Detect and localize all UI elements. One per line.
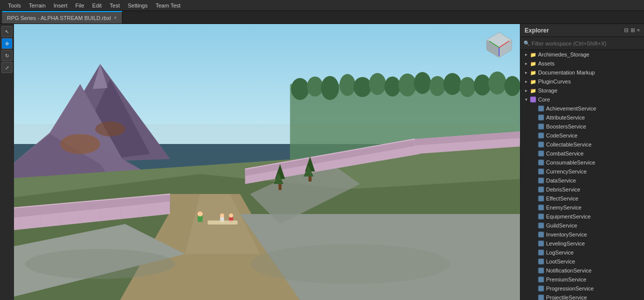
menu-bar: Tools Terrain Insert File Edit Test Sett…	[0, 0, 644, 11]
tree-item[interactable]: PremiumService	[521, 275, 644, 284]
tree-item[interactable]: LogService	[521, 248, 644, 257]
menu-settings[interactable]: Settings	[124, 2, 152, 10]
tree-node-icon	[530, 96, 537, 103]
explorer-maximize-icon[interactable]: ⊞	[631, 27, 635, 34]
navigation-gizmo[interactable]	[484, 30, 514, 60]
tree-node-label: Archimedes_Storage	[538, 52, 590, 58]
tree-node-icon	[538, 114, 545, 121]
tree-item[interactable]: ▸Assets	[521, 59, 644, 68]
tree-item[interactable]: CurrencyService	[521, 167, 644, 176]
tree-node-icon	[530, 87, 537, 94]
menu-insert[interactable]: Insert	[49, 2, 71, 10]
svg-rect-48	[170, 194, 190, 214]
tree-arrow[interactable]: ▸	[523, 70, 530, 75]
tree-item[interactable]: CombatService	[521, 149, 644, 158]
tree-item[interactable]: LevelingService	[521, 239, 644, 248]
tree-item[interactable]: CodeService	[521, 131, 644, 140]
explorer-minimize-icon[interactable]: ⊟	[624, 27, 629, 34]
tab-main[interactable]: RPG Series - ALPHA STREAM BUILD.rbxl ×	[2, 11, 122, 24]
tree-item[interactable]: BoostersService	[521, 122, 644, 131]
tree-node-icon	[538, 249, 545, 256]
tab-close-button[interactable]: ×	[114, 15, 117, 20]
tree-item[interactable]: AttributeService	[521, 113, 644, 122]
tree-item[interactable]: DataService	[521, 176, 644, 185]
tree-item[interactable]: NotificationService	[521, 266, 644, 275]
tree-arrow[interactable]: ▸	[523, 52, 530, 57]
svg-point-6	[340, 74, 356, 96]
explorer-panel: Explorer ⊟ ⊞ × 🔍 ▸Archimedes_Storage▸Ass…	[520, 24, 644, 300]
svg-point-24	[60, 134, 100, 154]
tree-item[interactable]: ▸Storage	[521, 86, 644, 95]
filter-input[interactable]	[532, 40, 641, 46]
viewport-toolbar: ↖ ✥ ↻ ⤢	[0, 24, 14, 300]
tree-node-icon	[538, 267, 545, 274]
tree-item[interactable]: ▾Core	[521, 95, 644, 104]
tree-node-label: PluginCurves	[538, 78, 571, 84]
tree-node-label: EffectService	[546, 196, 579, 202]
tool-scale[interactable]: ⤢	[1, 62, 12, 73]
menu-file[interactable]: File	[71, 2, 88, 10]
tree-item[interactable]: ProgressionService	[521, 284, 644, 293]
tree-item[interactable]: InventoryService	[521, 230, 644, 239]
tree-item[interactable]: ▸Documentation Markup	[521, 68, 644, 77]
menu-test[interactable]: Test	[106, 2, 124, 10]
tree-node-icon	[538, 222, 545, 229]
viewport-3d[interactable]: ↖ ✥ ↻ ⤢	[0, 24, 520, 300]
explorer-close-icon[interactable]: ×	[637, 27, 640, 34]
tree-item[interactable]: ProjectileService	[521, 293, 644, 300]
tree-node-icon	[538, 132, 545, 139]
tree-item[interactable]: EquipmentService	[521, 212, 644, 221]
tree-node-label: DataService	[546, 178, 576, 184]
tree-arrow[interactable]: ▾	[523, 97, 530, 102]
tree-node-label: BoostersService	[546, 124, 586, 130]
menu-edit[interactable]: Edit	[88, 2, 106, 10]
tree-node-label: GuildService	[546, 222, 577, 228]
svg-point-9	[385, 76, 401, 96]
tree-arrow[interactable]: ▸	[523, 88, 530, 93]
tree-item[interactable]: AchievementService	[521, 104, 644, 113]
svg-rect-55	[208, 220, 238, 224]
tree-node-label: LogService	[546, 250, 574, 256]
svg-rect-63	[309, 176, 312, 182]
svg-point-3	[291, 78, 309, 100]
tool-select[interactable]: ↖	[1, 26, 12, 37]
tree-node-icon	[530, 69, 537, 76]
tree-node-icon	[538, 258, 545, 265]
svg-point-57	[250, 244, 450, 284]
tree-item[interactable]: ▸PluginCurves	[521, 77, 644, 86]
tree-item[interactable]: GuildService	[521, 221, 644, 230]
tree-node-label: DebrisService	[546, 186, 580, 192]
tree-node-label: ProjectileService	[546, 294, 587, 300]
svg-point-25	[95, 122, 125, 136]
tree-node-label: AchievementService	[546, 106, 596, 112]
tree-item[interactable]: EffectService	[521, 194, 644, 203]
menu-team-test[interactable]: Team Test	[151, 2, 184, 10]
explorer-tree[interactable]: ▸Archimedes_Storage▸Assets▸Documentation…	[521, 50, 644, 300]
tool-rotate[interactable]: ↻	[1, 50, 12, 61]
tree-item[interactable]: CollectableService	[521, 140, 644, 149]
tree-item[interactable]: ▸Archimedes_Storage	[521, 50, 644, 59]
menu-terrain[interactable]: Terrain	[25, 2, 50, 10]
tree-item[interactable]: LootService	[521, 257, 644, 266]
tree-item[interactable]: EnemyService	[521, 203, 644, 212]
tree-node-label: Storage	[538, 88, 558, 94]
svg-point-4	[307, 76, 323, 96]
tree-arrow[interactable]: ▸	[523, 79, 530, 84]
tree-arrow[interactable]: ▸	[523, 61, 530, 66]
svg-point-13	[444, 73, 462, 95]
tree-item[interactable]: DebrisService	[521, 185, 644, 194]
tree-node-label: CollectableService	[546, 142, 592, 148]
tree-node-icon	[538, 276, 545, 283]
main-layout: ↖ ✥ ↻ ⤢ Explorer ⊟ ⊞ × 🔍 ▸Archimedes_Sto…	[0, 24, 644, 300]
tool-move[interactable]: ✥	[1, 38, 12, 49]
tree-node-icon	[538, 159, 545, 166]
tree-node-label: AttributeService	[546, 114, 585, 120]
svg-rect-60	[279, 184, 282, 190]
gizmo-svg	[484, 30, 514, 60]
tree-node-label: EquipmentService	[546, 214, 591, 220]
tree-node-label: Documentation Markup	[538, 70, 595, 76]
tree-item[interactable]: ConsumableService	[521, 158, 644, 167]
tree-node-label: LootService	[546, 258, 575, 264]
tree-node-icon	[538, 231, 545, 238]
menu-tools[interactable]: Tools	[4, 2, 25, 10]
